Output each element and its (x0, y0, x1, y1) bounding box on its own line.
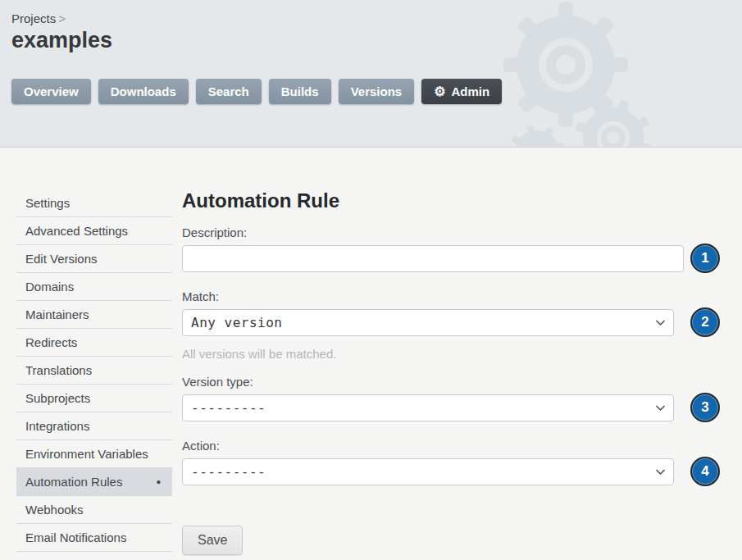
page-title: examples (11, 28, 742, 53)
sidebar-item-maintainers[interactable]: Maintainers (16, 301, 172, 329)
match-select[interactable]: Any version (182, 309, 674, 336)
automation-rule-form: Automation Rule Description: 1 Match: (182, 189, 742, 560)
tab-builds[interactable]: Builds (269, 79, 331, 104)
match-help-text: All versions will be matched. (182, 347, 742, 361)
annotation-badge-3: 3 (690, 393, 720, 422)
match-label: Match: (182, 289, 742, 303)
version-type-select[interactable]: --------- (182, 394, 674, 421)
tab-search-label: Search (208, 84, 249, 98)
sidebar-item-webhooks[interactable]: Webhooks (16, 496, 172, 524)
tab-admin[interactable]: ⚙ Admin (421, 79, 502, 104)
sidebar-item-automation-rules[interactable]: Automation Rules • (16, 468, 172, 496)
sidebar-item-redirects[interactable]: Redirects (16, 329, 172, 357)
tab-builds-label: Builds (281, 84, 319, 98)
action-select[interactable]: --------- (182, 458, 674, 485)
page-body: Settings Advanced Settings Edit Versions… (0, 148, 742, 560)
tab-search[interactable]: Search (196, 79, 262, 104)
sidebar-item-domains[interactable]: Domains (16, 273, 172, 301)
action-label: Action: (182, 439, 742, 453)
admin-sidebar: Settings Advanced Settings Edit Versions… (16, 189, 172, 560)
tab-downloads[interactable]: Downloads (98, 79, 189, 104)
gear-icon: ⚙ (434, 85, 445, 98)
tab-overview[interactable]: Overview (11, 79, 91, 104)
description-label: Description: (182, 225, 742, 239)
annotation-badge-1: 1 (690, 244, 720, 273)
description-input[interactable] (182, 245, 684, 272)
active-item-bullet: • (157, 474, 161, 489)
tab-admin-label: Admin (452, 84, 490, 98)
version-type-field-row: Version type: --------- 3 (182, 375, 742, 422)
sidebar-item-edit-versions[interactable]: Edit Versions (16, 245, 172, 273)
sidebar-item-environment-variables[interactable]: Environment Variables (16, 440, 172, 468)
save-button[interactable]: Save (182, 526, 243, 555)
chevron-down-icon (656, 405, 665, 412)
description-field-row: Description: 1 (182, 225, 742, 273)
breadcrumb: Projects> (11, 11, 742, 25)
tab-downloads-label: Downloads (111, 84, 176, 98)
sidebar-item-settings[interactable]: Settings (16, 189, 172, 217)
version-type-select-value: --------- (191, 400, 266, 416)
tab-overview-label: Overview (24, 84, 79, 98)
app-window: Projects> examples Overview Downloads Se… (0, 0, 742, 560)
sidebar-item-traffic-analytics[interactable]: Traffic Analytics (16, 552, 172, 560)
admin-menu: Settings Advanced Settings Edit Versions… (16, 189, 172, 560)
tab-versions-label: Versions (351, 84, 403, 98)
form-title: Automation Rule (182, 189, 742, 212)
sidebar-item-automation-rules-label: Automation Rules (25, 475, 122, 489)
breadcrumb-separator: > (58, 11, 66, 25)
action-field-row: Action: --------- 4 (182, 439, 742, 486)
match-select-value: Any version (191, 315, 282, 330)
version-type-label: Version type: (182, 375, 742, 389)
chevron-down-icon (656, 469, 665, 476)
project-header: Projects> examples Overview Downloads Se… (0, 0, 742, 148)
annotation-badge-2: 2 (690, 307, 720, 337)
tab-versions[interactable]: Versions (339, 79, 415, 104)
action-select-value: --------- (191, 464, 266, 480)
annotation-badge-4: 4 (690, 457, 720, 486)
project-tabs: Overview Downloads Search Builds Version… (11, 79, 502, 104)
sidebar-item-translations[interactable]: Translations (16, 357, 172, 385)
sidebar-item-email-notifications[interactable]: Email Notifications (16, 524, 172, 552)
sidebar-item-subprojects[interactable]: Subprojects (16, 385, 172, 412)
sidebar-item-advanced-settings[interactable]: Advanced Settings (16, 217, 172, 245)
sidebar-item-integrations[interactable]: Integrations (16, 412, 172, 440)
match-field-row: Match: Any version 2 All versions will b… (182, 289, 742, 361)
breadcrumb-projects-link[interactable]: Projects (11, 11, 56, 25)
chevron-down-icon (656, 320, 665, 326)
